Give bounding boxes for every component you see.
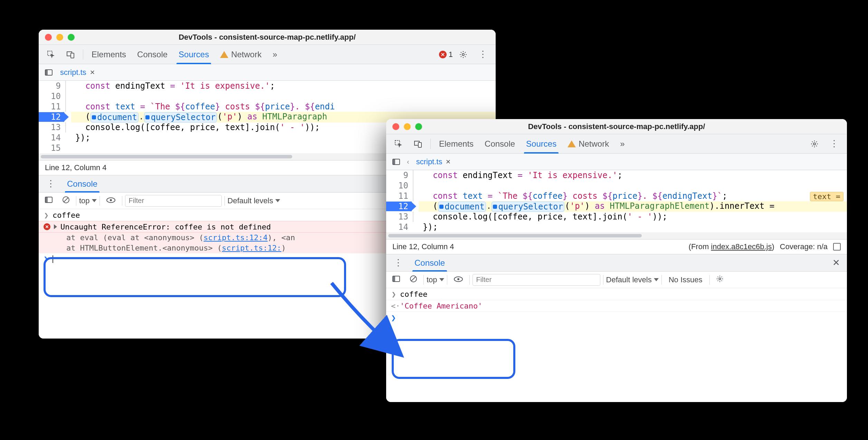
console-body[interactable]: ❯ coffee <· 'Coffee Americano' ❯ — [386, 288, 847, 402]
log-levels-selector[interactable]: Default levels — [228, 196, 280, 205]
kebab-menu-icon[interactable]: ⋮ — [474, 45, 492, 64]
dropdown-icon — [654, 278, 659, 281]
file-tab-bar: ‹ script.ts ✕ — [386, 154, 847, 170]
cursor-position: Line 12, Column 4 — [45, 163, 107, 172]
live-expression-icon[interactable] — [103, 196, 119, 205]
coverage-icon[interactable] — [833, 243, 841, 251]
line-number: 14 — [386, 222, 412, 232]
line-number: 13 — [39, 123, 64, 132]
kebab-menu-icon[interactable]: ⋮ — [825, 134, 843, 153]
minimize-window-icon[interactable] — [56, 34, 63, 41]
stack-link[interactable]: script.ts:12: — [222, 244, 281, 252]
prompt-icon: ❯ — [391, 313, 397, 323]
settings-icon[interactable] — [805, 134, 823, 153]
titlebar: DevTools - consistent-source-map-pc.netl… — [386, 119, 847, 134]
log-levels-selector[interactable]: Default levels — [606, 275, 659, 284]
file-tab-bar: script.ts ✕ — [39, 64, 496, 81]
tab-console[interactable]: Console — [132, 45, 172, 64]
status-right: (From index.a8c1ec6b.js) Coverage: n/a — [689, 242, 841, 251]
file-tab-script[interactable]: script.ts ✕ — [57, 64, 98, 80]
stack-link[interactable]: script.ts:12:4 — [203, 233, 267, 242]
divider — [709, 275, 710, 285]
filter-input[interactable] — [473, 274, 600, 286]
file-tab-script[interactable]: script.ts ✕ — [413, 154, 455, 170]
settings-icon[interactable] — [454, 45, 472, 64]
dropdown-icon — [92, 199, 97, 202]
svg-point-3 — [462, 53, 464, 56]
tab-sources[interactable]: Sources — [521, 134, 561, 153]
filter-input[interactable] — [125, 195, 222, 207]
svg-line-21 — [411, 277, 416, 281]
sourcemap-link[interactable]: index.a8c1ec6b.js — [711, 242, 772, 251]
error-icon — [439, 51, 447, 58]
console-settings-icon[interactable] — [713, 275, 727, 285]
line-number: 10 — [39, 91, 64, 101]
line-number: 11 — [39, 102, 64, 111]
chevron-left-icon[interactable]: ‹ — [404, 158, 412, 166]
window-title: DevTools - consistent-source-map-pc.netl… — [386, 122, 847, 131]
console-sidebar-icon[interactable] — [41, 196, 56, 206]
levels-label: Default levels — [228, 196, 273, 205]
error-badge[interactable]: 1 — [439, 50, 453, 59]
drawer-kebab-icon[interactable]: ⋮ — [389, 254, 408, 271]
titlebar: DevTools - consistent-source-map-pc.netl… — [39, 30, 496, 45]
svg-rect-5 — [45, 70, 48, 75]
context-selector[interactable]: top — [427, 275, 444, 284]
horizontal-scrollbar[interactable] — [386, 232, 847, 239]
code-editor[interactable]: 9 const endingText = 'It is expensive.';… — [386, 170, 847, 239]
editor-status-bar: Line 12, Column 4 (From index.a8c1ec6b.j… — [386, 239, 847, 254]
zoom-window-icon[interactable] — [415, 123, 422, 130]
drawer-header: ⋮ Console ✕ — [386, 254, 847, 272]
device-toggle-icon[interactable] — [61, 45, 79, 64]
more-tabs-icon[interactable]: » — [268, 45, 282, 64]
tab-elements[interactable]: Elements — [434, 134, 478, 153]
show-navigator-icon[interactable] — [389, 158, 403, 166]
main-toolbar: Elements Console Sources Network » 1 ⋮ — [39, 45, 496, 64]
object-pill: querySelector — [492, 202, 564, 212]
issues-label[interactable]: No Issues — [665, 275, 707, 284]
close-file-icon[interactable]: ✕ — [446, 158, 451, 166]
live-expression-icon[interactable] — [450, 275, 467, 284]
console-sidebar-icon[interactable] — [389, 275, 403, 285]
tab-elements[interactable]: Elements — [87, 45, 131, 64]
tab-network[interactable]: Network — [563, 134, 614, 153]
object-pill: querySelector — [144, 112, 217, 123]
clear-console-icon[interactable] — [59, 196, 73, 206]
error-icon — [44, 223, 50, 230]
output-chevron-icon: <· — [391, 302, 397, 310]
drawer-tab-console[interactable]: Console — [61, 175, 103, 192]
divider — [603, 275, 603, 285]
divider — [99, 196, 100, 206]
svg-line-9 — [64, 198, 68, 202]
close-file-icon[interactable]: ✕ — [90, 69, 95, 76]
clear-console-icon[interactable] — [406, 275, 421, 285]
minimize-window-icon[interactable] — [404, 123, 411, 130]
divider — [430, 139, 431, 149]
line-number: 12 — [386, 202, 412, 211]
drawer-close-icon[interactable]: ✕ — [828, 257, 844, 268]
inspect-icon[interactable] — [42, 45, 60, 64]
tab-console[interactable]: Console — [480, 134, 520, 153]
close-window-icon[interactable] — [392, 123, 399, 130]
console-result-value: 'Coffee Americano' — [400, 302, 482, 310]
window-title: DevTools - consistent-source-map-pc.netl… — [39, 33, 496, 42]
device-toggle-icon[interactable] — [409, 134, 427, 153]
console-prompt-row[interactable]: ❯ — [386, 312, 847, 323]
show-navigator-icon[interactable] — [41, 69, 56, 76]
console-input-value: coffee — [53, 211, 80, 219]
line-number: 11 — [386, 191, 412, 201]
zoom-window-icon[interactable] — [68, 34, 75, 41]
expand-icon[interactable] — [54, 224, 57, 229]
cursor — [53, 255, 53, 263]
drawer-kebab-icon[interactable]: ⋮ — [41, 175, 60, 192]
line-number: 15 — [39, 143, 64, 153]
inspect-icon[interactable] — [390, 134, 408, 153]
tab-sources[interactable]: Sources — [174, 45, 214, 64]
more-tabs-icon[interactable]: » — [615, 134, 629, 153]
close-window-icon[interactable] — [45, 34, 52, 41]
context-selector[interactable]: top — [79, 196, 97, 205]
error-count: 1 — [449, 50, 453, 59]
file-tab-label: script.ts — [416, 157, 442, 166]
tab-network[interactable]: Network — [215, 45, 266, 64]
drawer-tab-console[interactable]: Console — [409, 254, 450, 271]
